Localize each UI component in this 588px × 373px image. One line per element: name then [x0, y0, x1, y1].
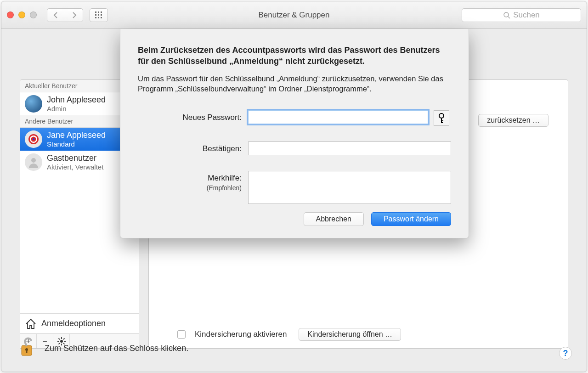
reset-password-sheet: Beim Zurücksetzen des Accountpassworts w…: [120, 29, 469, 238]
svg-rect-27: [26, 350, 28, 353]
close-window-button[interactable]: [7, 11, 14, 18]
svg-rect-5: [101, 14, 102, 16]
zoom-window-button[interactable]: [30, 11, 37, 18]
login-options-label: Anmeldeoptionen: [41, 319, 106, 328]
user-name: John Appleseed: [47, 95, 106, 105]
search-icon: [503, 11, 510, 19]
help-button[interactable]: ?: [559, 347, 572, 360]
chevron-right-icon: [71, 12, 77, 18]
svg-rect-29: [441, 118, 442, 122]
sheet-title: Beim Zurücksetzen des Accountpassworts w…: [138, 45, 451, 67]
avatar: [25, 95, 42, 113]
password-form: Neues Passwort: Bestätigen: Merkhilfe: (…: [138, 110, 451, 204]
cancel-button[interactable]: Abbrechen: [304, 212, 364, 226]
show-all-button[interactable]: [90, 8, 108, 22]
svg-rect-0: [95, 11, 96, 13]
svg-point-9: [504, 12, 509, 17]
house-icon: [25, 318, 37, 330]
titlebar: Benutzer & Gruppen Suchen: [1, 1, 587, 29]
svg-line-10: [508, 17, 510, 18]
verify-label: Bestätigen:: [138, 141, 248, 153]
hint-label: Merkhilfe: (Empfohlen): [138, 171, 248, 192]
sheet-buttons: Abbrechen Passwort ändern: [138, 212, 451, 226]
svg-point-28: [439, 113, 444, 118]
svg-rect-6: [95, 17, 96, 18]
search-placeholder: Suchen: [513, 11, 540, 20]
key-icon: [437, 113, 446, 123]
svg-rect-8: [101, 17, 102, 18]
avatar: [25, 153, 42, 171]
svg-rect-7: [98, 17, 99, 18]
svg-point-15: [31, 158, 36, 163]
avatar: [25, 130, 42, 148]
help-icon: ?: [563, 349, 568, 358]
svg-rect-31: [441, 122, 443, 123]
new-password-input[interactable]: [248, 110, 428, 124]
traffic-lights: [7, 11, 37, 18]
svg-point-14: [33, 138, 34, 140]
svg-rect-4: [98, 14, 99, 16]
hint-sublabel: (Empfohlen): [207, 184, 242, 192]
back-button[interactable]: [47, 8, 65, 22]
reset-password-button[interactable]: zurücksetzen …: [478, 114, 548, 127]
lock-hint: Zum Schützen auf das Schloss klicken.: [45, 344, 188, 353]
login-options-row[interactable]: Anmeldeoptionen: [20, 313, 139, 333]
user-name: Gastbenutzer: [47, 153, 103, 163]
user-name: Jane Appleseed: [47, 130, 106, 140]
parental-controls-label: Kindersicherung aktivieren: [195, 330, 287, 339]
forward-button[interactable]: [65, 8, 83, 22]
user-role: Standard: [47, 140, 106, 148]
svg-rect-2: [101, 11, 102, 13]
lock-row: Zum Schützen auf das Schloss klicken.: [18, 337, 188, 360]
nav-segment: [47, 8, 83, 22]
svg-rect-3: [95, 14, 96, 16]
prefs-window: Benutzer & Gruppen Suchen Aktueller Benu…: [1, 1, 587, 372]
new-password-label: Neues Passwort:: [138, 110, 248, 122]
user-role: Aktiviert, Verwaltet: [47, 163, 103, 171]
change-password-button[interactable]: Passwort ändern: [371, 212, 451, 226]
chevron-left-icon: [53, 12, 59, 18]
user-role: Admin: [47, 105, 106, 113]
grid-icon: [95, 11, 102, 19]
hint-input[interactable]: [248, 171, 451, 204]
svg-rect-30: [441, 120, 443, 121]
verify-password-input[interactable]: [248, 141, 451, 155]
password-assistant-button[interactable]: [434, 110, 449, 126]
svg-rect-1: [98, 11, 99, 13]
open-parental-controls-button[interactable]: Kindersicherung öffnen …: [299, 328, 401, 341]
minimize-window-button[interactable]: [18, 11, 25, 18]
search-field[interactable]: Suchen: [462, 8, 581, 22]
unlocked-lock-icon[interactable]: [18, 337, 36, 360]
sheet-subtitle: Um das Passwort für den Schlüsselbund „A…: [138, 73, 451, 94]
